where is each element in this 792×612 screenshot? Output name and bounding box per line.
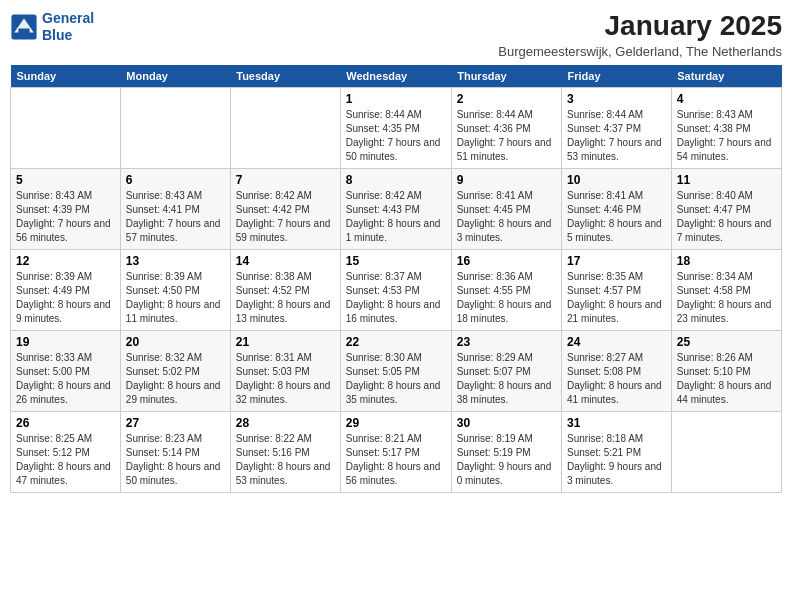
day-number: 23 (457, 335, 556, 349)
day-number: 15 (346, 254, 446, 268)
day-number: 4 (677, 92, 776, 106)
day-number: 5 (16, 173, 115, 187)
calendar-cell: 16Sunrise: 8:36 AM Sunset: 4:55 PM Dayli… (451, 250, 561, 331)
logo: General Blue (10, 10, 94, 44)
calendar-cell: 22Sunrise: 8:30 AM Sunset: 5:05 PM Dayli… (340, 331, 451, 412)
calendar-week-row: 1Sunrise: 8:44 AM Sunset: 4:35 PM Daylig… (11, 88, 782, 169)
calendar-cell: 14Sunrise: 8:38 AM Sunset: 4:52 PM Dayli… (230, 250, 340, 331)
calendar-cell: 11Sunrise: 8:40 AM Sunset: 4:47 PM Dayli… (671, 169, 781, 250)
day-info: Sunrise: 8:39 AM Sunset: 4:50 PM Dayligh… (126, 270, 225, 326)
day-number: 25 (677, 335, 776, 349)
day-info: Sunrise: 8:33 AM Sunset: 5:00 PM Dayligh… (16, 351, 115, 407)
calendar-cell: 19Sunrise: 8:33 AM Sunset: 5:00 PM Dayli… (11, 331, 121, 412)
header-wednesday: Wednesday (340, 65, 451, 88)
day-number: 12 (16, 254, 115, 268)
day-info: Sunrise: 8:23 AM Sunset: 5:14 PM Dayligh… (126, 432, 225, 488)
day-info: Sunrise: 8:38 AM Sunset: 4:52 PM Dayligh… (236, 270, 335, 326)
day-number: 20 (126, 335, 225, 349)
calendar-cell: 5Sunrise: 8:43 AM Sunset: 4:39 PM Daylig… (11, 169, 121, 250)
calendar-cell: 12Sunrise: 8:39 AM Sunset: 4:49 PM Dayli… (11, 250, 121, 331)
calendar-cell (230, 88, 340, 169)
day-info: Sunrise: 8:42 AM Sunset: 4:42 PM Dayligh… (236, 189, 335, 245)
day-number: 11 (677, 173, 776, 187)
day-info: Sunrise: 8:40 AM Sunset: 4:47 PM Dayligh… (677, 189, 776, 245)
calendar-header-row: SundayMondayTuesdayWednesdayThursdayFrid… (11, 65, 782, 88)
calendar-cell: 6Sunrise: 8:43 AM Sunset: 4:41 PM Daylig… (120, 169, 230, 250)
calendar-cell: 13Sunrise: 8:39 AM Sunset: 4:50 PM Dayli… (120, 250, 230, 331)
day-info: Sunrise: 8:41 AM Sunset: 4:46 PM Dayligh… (567, 189, 666, 245)
location-subtitle: Burgemeesterswijk, Gelderland, The Nethe… (498, 44, 782, 59)
calendar-cell: 10Sunrise: 8:41 AM Sunset: 4:46 PM Dayli… (562, 169, 672, 250)
calendar-cell (671, 412, 781, 493)
calendar-cell: 23Sunrise: 8:29 AM Sunset: 5:07 PM Dayli… (451, 331, 561, 412)
day-number: 22 (346, 335, 446, 349)
day-number: 7 (236, 173, 335, 187)
header-thursday: Thursday (451, 65, 561, 88)
calendar-cell: 2Sunrise: 8:44 AM Sunset: 4:36 PM Daylig… (451, 88, 561, 169)
calendar-cell: 8Sunrise: 8:42 AM Sunset: 4:43 PM Daylig… (340, 169, 451, 250)
title-section: January 2025 Burgemeesterswijk, Gelderla… (498, 10, 782, 59)
day-info: Sunrise: 8:22 AM Sunset: 5:16 PM Dayligh… (236, 432, 335, 488)
day-number: 19 (16, 335, 115, 349)
day-info: Sunrise: 8:44 AM Sunset: 4:35 PM Dayligh… (346, 108, 446, 164)
calendar-week-row: 26Sunrise: 8:25 AM Sunset: 5:12 PM Dayli… (11, 412, 782, 493)
day-info: Sunrise: 8:37 AM Sunset: 4:53 PM Dayligh… (346, 270, 446, 326)
header: General Blue January 2025 Burgemeestersw… (10, 10, 782, 59)
day-info: Sunrise: 8:43 AM Sunset: 4:39 PM Dayligh… (16, 189, 115, 245)
calendar-week-row: 19Sunrise: 8:33 AM Sunset: 5:00 PM Dayli… (11, 331, 782, 412)
day-number: 1 (346, 92, 446, 106)
day-info: Sunrise: 8:44 AM Sunset: 4:36 PM Dayligh… (457, 108, 556, 164)
day-number: 27 (126, 416, 225, 430)
calendar-cell: 28Sunrise: 8:22 AM Sunset: 5:16 PM Dayli… (230, 412, 340, 493)
calendar-cell: 30Sunrise: 8:19 AM Sunset: 5:19 PM Dayli… (451, 412, 561, 493)
day-info: Sunrise: 8:25 AM Sunset: 5:12 PM Dayligh… (16, 432, 115, 488)
day-info: Sunrise: 8:35 AM Sunset: 4:57 PM Dayligh… (567, 270, 666, 326)
logo-text: General Blue (42, 10, 94, 44)
day-number: 10 (567, 173, 666, 187)
day-number: 18 (677, 254, 776, 268)
logo-line2: Blue (42, 27, 72, 43)
day-info: Sunrise: 8:32 AM Sunset: 5:02 PM Dayligh… (126, 351, 225, 407)
day-info: Sunrise: 8:44 AM Sunset: 4:37 PM Dayligh… (567, 108, 666, 164)
calendar-cell: 17Sunrise: 8:35 AM Sunset: 4:57 PM Dayli… (562, 250, 672, 331)
day-info: Sunrise: 8:34 AM Sunset: 4:58 PM Dayligh… (677, 270, 776, 326)
calendar-cell: 7Sunrise: 8:42 AM Sunset: 4:42 PM Daylig… (230, 169, 340, 250)
calendar-cell: 9Sunrise: 8:41 AM Sunset: 4:45 PM Daylig… (451, 169, 561, 250)
calendar-cell: 1Sunrise: 8:44 AM Sunset: 4:35 PM Daylig… (340, 88, 451, 169)
month-title: January 2025 (498, 10, 782, 42)
header-tuesday: Tuesday (230, 65, 340, 88)
day-info: Sunrise: 8:39 AM Sunset: 4:49 PM Dayligh… (16, 270, 115, 326)
day-info: Sunrise: 8:18 AM Sunset: 5:21 PM Dayligh… (567, 432, 666, 488)
header-monday: Monday (120, 65, 230, 88)
calendar-cell: 27Sunrise: 8:23 AM Sunset: 5:14 PM Dayli… (120, 412, 230, 493)
day-number: 24 (567, 335, 666, 349)
day-info: Sunrise: 8:41 AM Sunset: 4:45 PM Dayligh… (457, 189, 556, 245)
calendar-cell: 29Sunrise: 8:21 AM Sunset: 5:17 PM Dayli… (340, 412, 451, 493)
day-info: Sunrise: 8:31 AM Sunset: 5:03 PM Dayligh… (236, 351, 335, 407)
day-number: 2 (457, 92, 556, 106)
logo-line1: General (42, 10, 94, 26)
header-saturday: Saturday (671, 65, 781, 88)
calendar-cell: 15Sunrise: 8:37 AM Sunset: 4:53 PM Dayli… (340, 250, 451, 331)
day-number: 21 (236, 335, 335, 349)
day-number: 29 (346, 416, 446, 430)
calendar-cell: 3Sunrise: 8:44 AM Sunset: 4:37 PM Daylig… (562, 88, 672, 169)
day-info: Sunrise: 8:36 AM Sunset: 4:55 PM Dayligh… (457, 270, 556, 326)
day-info: Sunrise: 8:19 AM Sunset: 5:19 PM Dayligh… (457, 432, 556, 488)
day-info: Sunrise: 8:43 AM Sunset: 4:41 PM Dayligh… (126, 189, 225, 245)
header-sunday: Sunday (11, 65, 121, 88)
calendar-cell: 20Sunrise: 8:32 AM Sunset: 5:02 PM Dayli… (120, 331, 230, 412)
day-number: 6 (126, 173, 225, 187)
day-number: 14 (236, 254, 335, 268)
day-number: 30 (457, 416, 556, 430)
day-number: 8 (346, 173, 446, 187)
day-info: Sunrise: 8:27 AM Sunset: 5:08 PM Dayligh… (567, 351, 666, 407)
calendar-week-row: 12Sunrise: 8:39 AM Sunset: 4:49 PM Dayli… (11, 250, 782, 331)
day-number: 16 (457, 254, 556, 268)
day-info: Sunrise: 8:42 AM Sunset: 4:43 PM Dayligh… (346, 189, 446, 245)
day-number: 17 (567, 254, 666, 268)
day-info: Sunrise: 8:21 AM Sunset: 5:17 PM Dayligh… (346, 432, 446, 488)
calendar-cell: 24Sunrise: 8:27 AM Sunset: 5:08 PM Dayli… (562, 331, 672, 412)
day-info: Sunrise: 8:29 AM Sunset: 5:07 PM Dayligh… (457, 351, 556, 407)
header-friday: Friday (562, 65, 672, 88)
